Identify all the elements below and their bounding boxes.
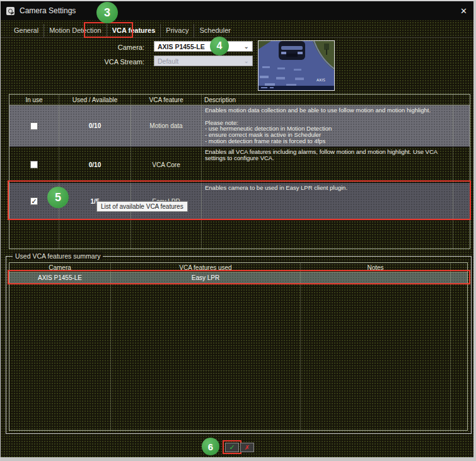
summary-notes-value (301, 272, 451, 283)
camera-preview-art: AXIS (258, 41, 334, 90)
header-description: Description (202, 95, 453, 105)
chevron-down-icon: ⌄ (244, 58, 249, 64)
ok-button[interactable]: ✓ (225, 443, 239, 452)
annotation-step-5: 5 (47, 187, 69, 208)
camera-select[interactable]: AXIS P1455-LE ⌄ (154, 41, 253, 52)
tab-scheduler[interactable]: Scheduler (194, 24, 236, 37)
row-spacer (453, 183, 470, 219)
header-vca-feature: VCA feature (131, 95, 202, 105)
tab-general[interactable]: General (9, 24, 44, 37)
tab-privacy[interactable]: Privacy (161, 24, 194, 37)
summary-empty-rows (9, 284, 467, 430)
in-use-checkbox-vca-core[interactable] (30, 161, 38, 168)
svg-text:AXIS: AXIS (316, 78, 325, 82)
tab-bar: General Motion Detection VCA features Pr… (9, 24, 236, 37)
vca-feature-name: Motion data (131, 105, 202, 146)
close-icon[interactable]: ✕ (460, 7, 467, 15)
camera-preview-image: AXIS (258, 40, 335, 91)
vca-stream-select-value: Default (158, 57, 178, 65)
summary-header: Camera VCA features used Notes (9, 263, 467, 272)
tab-vca-features[interactable]: VCA features (107, 24, 161, 37)
annotation-step-3: 3 (96, 2, 118, 23)
cancel-button[interactable]: ✗ (240, 443, 254, 452)
table-row-vca-core[interactable]: 0/10 VCA Core Enables all VCA features i… (9, 147, 470, 183)
camera-label: Camera: (69, 44, 144, 51)
feature-description: Enables motion data collection and be ab… (202, 105, 453, 146)
camera-settings-dialog: Camera Settings ✕ General Motion Detecti… (0, 0, 476, 461)
feature-description: Enables all VCA features including alarm… (202, 147, 453, 182)
summary-features-used-value: Easy LPR (111, 272, 301, 283)
vca-stream-select[interactable]: Default ⌄ (154, 55, 253, 66)
tab-underline (1, 37, 473, 38)
table-row-easy-lpr[interactable]: ✓ 1/5 Easy LPR Enables camera to be used… (9, 183, 470, 220)
used-available-value: 0/10 (59, 147, 131, 182)
header-notes: Notes (301, 263, 451, 272)
used-available-value: 0/10 (59, 105, 131, 146)
in-use-checkbox-motion-data[interactable] (30, 122, 38, 130)
row-spacer (453, 105, 470, 146)
row-spacer (451, 272, 467, 283)
annotation-step-6: 6 (202, 438, 219, 455)
header-camera: Camera (9, 263, 111, 272)
camera-select-value: AXIS P1455-LE (158, 43, 205, 50)
header-spacer (451, 263, 467, 272)
vca-feature-name: VCA Core (131, 147, 202, 182)
header-vca-features-used: VCA features used (111, 263, 301, 272)
title-bar[interactable]: Camera Settings ✕ (1, 1, 473, 20)
annotation-step-4: 4 (210, 37, 229, 55)
check-icon: ✓ (229, 443, 235, 452)
summary-camera-value: AXIS P1455-LE (9, 272, 111, 283)
table-empty-rows (9, 220, 470, 248)
header-spacer (453, 95, 470, 105)
features-table-header: In use Used / Available VCA feature Desc… (9, 95, 470, 105)
tooltip: List of available VCA features (96, 201, 188, 212)
in-use-checkbox-easy-lpr[interactable]: ✓ (30, 197, 38, 205)
row-spacer (453, 147, 470, 182)
used-vca-summary-group: Used VCA features summary Camera VCA fea… (6, 256, 472, 434)
summary-row-axis-p1455[interactable]: AXIS P1455-LE Easy LPR (9, 272, 467, 284)
summary-legend: Used VCA features summary (13, 252, 103, 260)
camera-settings-icon (6, 7, 15, 15)
summary-table: Camera VCA features used Notes AXIS P145… (9, 262, 468, 431)
chevron-down-icon: ⌄ (244, 44, 249, 50)
tab-motion-detection[interactable]: Motion Detection (44, 24, 107, 37)
header-used-available: Used / Available (59, 95, 131, 105)
vca-features-table: In use Used / Available VCA feature Desc… (9, 94, 470, 249)
cross-icon: ✗ (245, 444, 250, 451)
header-in-use: In use (9, 95, 59, 105)
vca-stream-label: VCA Stream: (69, 58, 144, 66)
feature-description: Enables camera to be used in Easy LPR cl… (202, 183, 453, 219)
window-title: Camera Settings (20, 6, 76, 15)
table-row-motion-data[interactable]: 0/10 Motion data Enables motion data col… (9, 105, 470, 147)
